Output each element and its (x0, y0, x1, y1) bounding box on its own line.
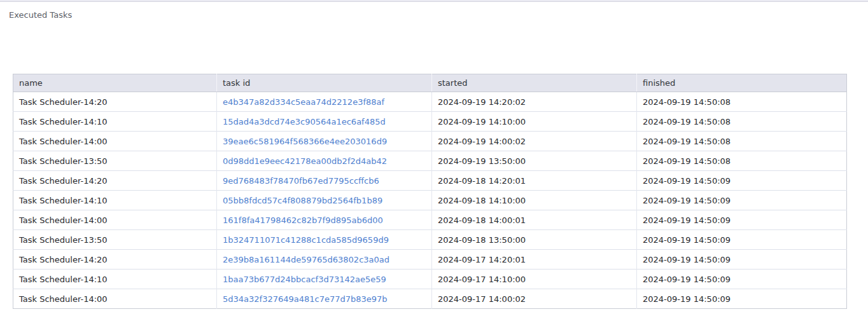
finished-cell: 2024-09-19 14:50:09 (637, 270, 847, 289)
page-title: Executed Tasks (9, 10, 72, 20)
table-row: Task Scheduler-14:20 9ed768483f78470fb67… (13, 171, 847, 191)
table-header: name task id started finished (13, 74, 847, 92)
table-body: Task Scheduler-14:20 e4b347a82d334c5eaa7… (13, 92, 847, 309)
started-cell: 2024-09-18 14:00:01 (432, 210, 637, 230)
finished-cell: 2024-09-19 14:50:09 (637, 289, 847, 309)
column-header-name: name (13, 74, 217, 92)
task-name-cell: Task Scheduler-13:50 (13, 230, 217, 250)
task-id-link[interactable]: 39eae6c581964f568366e4ee203016d9 (223, 137, 387, 146)
task-name-cell: Task Scheduler-14:20 (13, 250, 217, 270)
task-name-cell: Task Scheduler-14:00 (13, 132, 217, 151)
task-name-cell: Task Scheduler-14:10 (13, 191, 217, 210)
started-cell: 2024-09-18 14:20:01 (432, 171, 637, 191)
table-row: Task Scheduler-14:10 15dad4a3dcd74e3c905… (13, 112, 847, 132)
started-cell: 2024-09-19 14:20:02 (432, 92, 637, 112)
column-header-finished: finished (637, 74, 847, 92)
task-id-cell: 2e39b8a161144de59765d63802c3a0ad (217, 250, 432, 270)
task-name-cell: Task Scheduler-14:20 (13, 171, 217, 191)
task-name-cell: Task Scheduler-14:20 (13, 92, 217, 112)
column-header-started: started (432, 74, 637, 92)
task-id-link[interactable]: 5d34a32f327649a481c7e77d7b83e97b (223, 294, 388, 304)
table-row: Task Scheduler-14:00 5d34a32f327649a481c… (13, 289, 847, 309)
executed-tasks-table: name task id started finished Task Sched… (13, 74, 847, 309)
task-id-link[interactable]: 9ed768483f78470fb67ed7795ccffcb6 (223, 176, 379, 186)
task-id-cell: 9ed768483f78470fb67ed7795ccffcb6 (217, 171, 432, 191)
finished-cell: 2024-09-19 14:50:08 (637, 151, 847, 171)
started-cell: 2024-09-18 14:10:00 (432, 191, 637, 210)
finished-cell: 2024-09-19 14:50:08 (637, 132, 847, 151)
finished-cell: 2024-09-19 14:50:09 (637, 210, 847, 230)
started-cell: 2024-09-17 14:20:01 (432, 250, 637, 270)
task-id-link[interactable]: 161f8fa41798462c82b7f9d895ab6d00 (223, 215, 383, 225)
task-id-link[interactable]: 0d98dd1e9eec42178ea00db2f2d4ab42 (223, 156, 387, 166)
started-cell: 2024-09-19 13:50:00 (432, 151, 637, 171)
task-id-cell: 161f8fa41798462c82b7f9d895ab6d00 (217, 210, 432, 230)
started-cell: 2024-09-17 14:10:00 (432, 270, 637, 289)
executed-tasks-section: name task id started finished Task Sched… (13, 74, 846, 309)
task-id-cell: 5d34a32f327649a481c7e77d7b83e97b (217, 289, 432, 309)
table-header-row: name task id started finished (13, 74, 847, 92)
task-id-cell: 39eae6c581964f568366e4ee203016d9 (217, 132, 432, 151)
table-row: Task Scheduler-13:50 0d98dd1e9eec42178ea… (13, 151, 847, 171)
task-name-cell: Task Scheduler-14:10 (13, 112, 217, 132)
table-row: Task Scheduler-14:00 161f8fa41798462c82b… (13, 210, 847, 230)
task-id-cell: 1baa73b677d24bbcacf3d73142ae5e59 (217, 270, 432, 289)
task-id-cell: 0d98dd1e9eec42178ea00db2f2d4ab42 (217, 151, 432, 171)
task-name-cell: Task Scheduler-14:00 (13, 289, 217, 309)
task-id-cell: e4b347a82d334c5eaa74d2212e3f88af (217, 92, 432, 112)
task-id-link[interactable]: 1b324711071c41288c1cda585d9659d9 (223, 235, 389, 245)
task-id-cell: 05bb8fdcd57c4f808879bd2564fb1b89 (217, 191, 432, 210)
task-id-link[interactable]: 15dad4a3dcd74e3c90564a1ec6af485d (223, 117, 386, 126)
table-row: Task Scheduler-14:00 39eae6c581964f56836… (13, 132, 847, 151)
task-name-cell: Task Scheduler-13:50 (13, 151, 217, 171)
finished-cell: 2024-09-19 14:50:09 (637, 171, 847, 191)
started-cell: 2024-09-19 14:10:00 (432, 112, 637, 132)
top-divider (0, 0, 868, 2)
task-id-link[interactable]: 05bb8fdcd57c4f808879bd2564fb1b89 (223, 196, 382, 205)
started-cell: 2024-09-18 13:50:00 (432, 230, 637, 250)
task-name-cell: Task Scheduler-14:00 (13, 210, 217, 230)
table-row: Task Scheduler-14:10 1baa73b677d24bbcacf… (13, 270, 847, 289)
finished-cell: 2024-09-19 14:50:09 (637, 250, 847, 270)
table-row: Task Scheduler-13:50 1b324711071c41288c1… (13, 230, 847, 250)
table-row: Task Scheduler-14:10 05bb8fdcd57c4f80887… (13, 191, 847, 210)
table-row: Task Scheduler-14:20 e4b347a82d334c5eaa7… (13, 92, 847, 112)
finished-cell: 2024-09-19 14:50:08 (637, 92, 847, 112)
column-header-task-id: task id (217, 74, 432, 92)
task-id-link[interactable]: 2e39b8a161144de59765d63802c3a0ad (223, 255, 389, 264)
task-id-link[interactable]: 1baa73b677d24bbcacf3d73142ae5e59 (223, 275, 386, 284)
task-id-link[interactable]: e4b347a82d334c5eaa74d2212e3f88af (223, 97, 384, 107)
started-cell: 2024-09-17 14:00:02 (432, 289, 637, 309)
task-id-cell: 15dad4a3dcd74e3c90564a1ec6af485d (217, 112, 432, 132)
finished-cell: 2024-09-19 14:50:09 (637, 191, 847, 210)
finished-cell: 2024-09-19 14:50:09 (637, 230, 847, 250)
table-row: Task Scheduler-14:20 2e39b8a161144de5976… (13, 250, 847, 270)
started-cell: 2024-09-19 14:00:02 (432, 132, 637, 151)
task-name-cell: Task Scheduler-14:10 (13, 270, 217, 289)
finished-cell: 2024-09-19 14:50:08 (637, 112, 847, 132)
task-id-cell: 1b324711071c41288c1cda585d9659d9 (217, 230, 432, 250)
